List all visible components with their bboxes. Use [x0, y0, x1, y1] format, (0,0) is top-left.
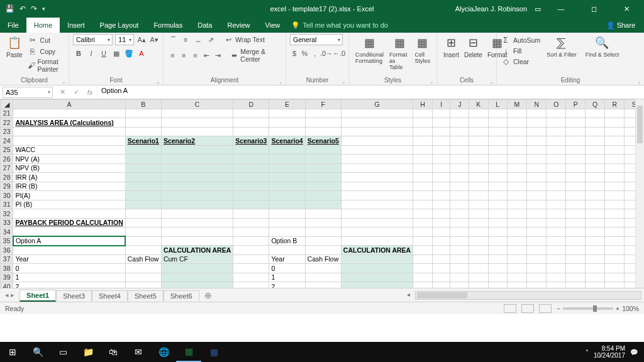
cell-M39[interactable]	[507, 273, 527, 282]
share-button[interactable]: 👤 Share	[606, 21, 644, 30]
cell-A31[interactable]: PI (B)	[13, 200, 125, 209]
cell-A36[interactable]	[13, 246, 125, 255]
sheet-tab-sheet5[interactable]: Sheet5	[128, 290, 164, 301]
cell-M38[interactable]	[507, 264, 527, 273]
cell-H35[interactable]	[413, 236, 433, 246]
cell-Q28[interactable]	[586, 173, 605, 182]
cell-O28[interactable]	[547, 173, 566, 182]
page-layout-view-button[interactable]	[521, 304, 534, 313]
cell-B21[interactable]	[125, 109, 161, 118]
cell-H28[interactable]	[413, 173, 433, 182]
col-header-G[interactable]: G	[341, 100, 413, 109]
cell-A33[interactable]: PAYBACK PERIOD CALCULATION	[13, 218, 125, 228]
cell-L34[interactable]	[488, 228, 507, 237]
cell-Q36[interactable]	[586, 246, 605, 255]
cell-C28[interactable]	[161, 173, 233, 182]
cell-K27[interactable]	[469, 163, 489, 173]
cell-P29[interactable]	[566, 182, 586, 191]
cell-P33[interactable]	[566, 218, 586, 228]
col-header-O[interactable]: O	[547, 100, 566, 109]
cell-N31[interactable]	[527, 200, 547, 209]
undo-icon[interactable]: ↶	[19, 4, 26, 13]
cell-O25[interactable]	[547, 145, 566, 155]
cell-L21[interactable]	[488, 109, 507, 118]
cell-F36[interactable]	[305, 246, 341, 255]
cell-O37[interactable]	[547, 255, 566, 264]
row-header-38[interactable]: 38	[1, 264, 13, 273]
cell-F23[interactable]	[305, 127, 341, 136]
cell-J22[interactable]	[450, 118, 469, 128]
cell-M37[interactable]	[507, 255, 527, 264]
cell-M40[interactable]	[507, 282, 527, 288]
italic-button[interactable]: I	[86, 48, 97, 59]
cell-F40[interactable]	[305, 282, 341, 288]
cell-D28[interactable]	[233, 173, 269, 182]
cell-G29[interactable]	[341, 182, 413, 191]
cell-P21[interactable]	[566, 109, 586, 118]
chrome-button[interactable]: 🌐	[151, 342, 176, 362]
cell-H39[interactable]	[413, 273, 433, 282]
enter-formula-button[interactable]: ✓	[69, 88, 83, 96]
cell-Q29[interactable]	[586, 182, 605, 191]
row-header-35[interactable]: 35	[1, 236, 13, 246]
cell-I23[interactable]	[433, 127, 450, 136]
col-header-C[interactable]: C	[161, 100, 233, 109]
cell-F37[interactable]: Cash Flow	[305, 255, 341, 264]
col-header-H[interactable]: H	[413, 100, 433, 109]
cell-E28[interactable]	[269, 173, 305, 182]
sort-filter-button[interactable]: ⅀Sort & Filter	[544, 34, 579, 73]
decrease-decimal-button[interactable]: ←.0	[333, 48, 345, 59]
align-right-button[interactable]: ≡	[190, 50, 200, 61]
row-header-25[interactable]: 25	[1, 145, 13, 155]
cell-I35[interactable]	[433, 236, 450, 246]
cell-K30[interactable]	[469, 191, 489, 200]
cell-F32[interactable]	[305, 209, 341, 219]
conditional-formatting-button[interactable]: ▦Conditional Formatting	[353, 34, 387, 73]
cell-A24[interactable]	[13, 136, 125, 146]
cell-J29[interactable]	[450, 182, 469, 191]
task-view-button[interactable]: ▭	[50, 342, 75, 362]
sheet-nav-prev[interactable]: ◂ ▸	[0, 291, 19, 299]
align-bottom-button[interactable]: ⎽	[192, 34, 204, 45]
cell-L33[interactable]	[488, 218, 507, 228]
cell-J26[interactable]	[450, 155, 469, 164]
cell-M28[interactable]	[507, 173, 527, 182]
col-header-P[interactable]: P	[566, 100, 586, 109]
cell-G30[interactable]	[341, 191, 413, 200]
cell-R33[interactable]	[605, 218, 625, 228]
cell-F22[interactable]	[305, 118, 341, 128]
mail-button[interactable]: ✉	[126, 342, 151, 362]
cell-G26[interactable]	[341, 155, 413, 164]
cell-O39[interactable]	[547, 273, 566, 282]
cell-M36[interactable]	[507, 246, 527, 255]
cell-B33[interactable]	[125, 218, 161, 228]
cell-K37[interactable]	[469, 255, 489, 264]
cell-C39[interactable]	[161, 273, 233, 282]
cell-F28[interactable]	[305, 173, 341, 182]
font-size-combo[interactable]: 11	[115, 34, 134, 45]
cell-E36[interactable]	[269, 246, 305, 255]
cell-B24[interactable]: Scenario1	[125, 136, 161, 146]
cell-P26[interactable]	[566, 155, 586, 164]
excel-taskbar-button[interactable]: ▦	[176, 342, 201, 362]
cell-R27[interactable]	[605, 163, 625, 173]
cell-Q37[interactable]	[586, 255, 605, 264]
cell-K25[interactable]	[469, 145, 489, 155]
cell-D27[interactable]	[233, 163, 269, 173]
cell-K21[interactable]	[469, 109, 489, 118]
merge-center-button[interactable]: ⬌	[229, 50, 239, 61]
cell-P37[interactable]	[566, 255, 586, 264]
cell-R35[interactable]	[605, 236, 625, 246]
bold-button[interactable]: B	[73, 48, 84, 59]
cell-G40[interactable]	[341, 282, 413, 288]
cell-D37[interactable]	[233, 255, 269, 264]
cell-D31[interactable]	[233, 200, 269, 209]
cell-D22[interactable]	[233, 118, 269, 128]
cell-E24[interactable]: Scenario4	[269, 136, 305, 146]
cell-J25[interactable]	[450, 145, 469, 155]
cell-P27[interactable]	[566, 163, 586, 173]
sheet-tab-sheet1[interactable]: Sheet1	[19, 290, 56, 302]
cell-D32[interactable]	[233, 209, 269, 219]
cell-Q23[interactable]	[586, 127, 605, 136]
cell-P34[interactable]	[566, 228, 586, 237]
